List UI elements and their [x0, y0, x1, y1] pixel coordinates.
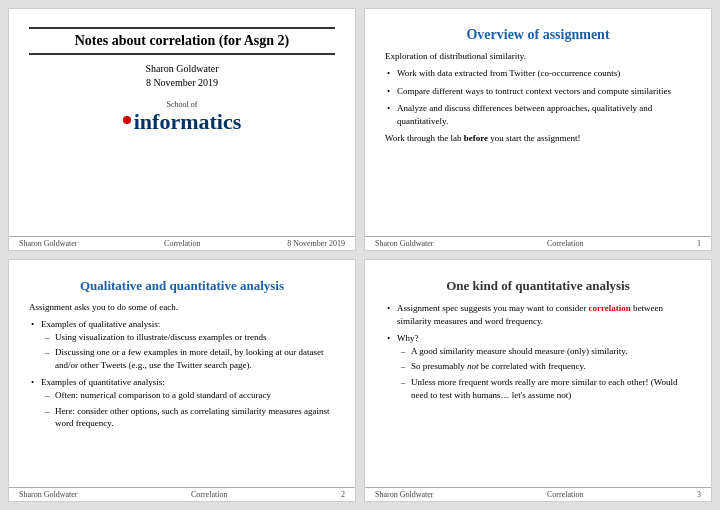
why-label: Why? [397, 333, 419, 343]
informatics-dot [123, 116, 131, 124]
slide-3: Qualitative and quantitative analysis As… [8, 259, 356, 502]
list-item: Assignment spec suggests you may want to… [385, 302, 691, 327]
slide3-intro: Assignment asks you to do some of each. [29, 302, 335, 312]
slide1-date: 8 November 2019 [29, 77, 335, 88]
sub-list-item: Using visualization to illustrate/discus… [41, 331, 335, 344]
slide4-footer: Sharon Goldwater Correlation 3 [365, 487, 711, 501]
list-item: Analyze and discuss differences between … [385, 102, 691, 127]
footer-page: 3 [697, 490, 701, 499]
not-emphasis: not [467, 361, 479, 371]
slide-1: Notes about correlation (for Asgn 2) Sha… [8, 8, 356, 251]
before-emphasis: before [464, 133, 488, 143]
list-item: Why? A good similarity measure should me… [385, 332, 691, 401]
list-item: Compare different ways to tontruct conte… [385, 85, 691, 98]
footer-page: 1 [697, 239, 701, 248]
footer-center: Correlation [547, 239, 583, 248]
slide-2: Overview of assignment Exploration of di… [364, 8, 712, 251]
section-header: Examples of quantitative analysis: [41, 377, 165, 387]
sub-list-item: A good similarity measure should measure… [397, 345, 691, 358]
slide4-bullet-list: Assignment spec suggests you may want to… [385, 302, 691, 401]
footer-page: 2 [341, 490, 345, 499]
slide2-bullet-list: Work with data extracted from Twitter (c… [385, 67, 691, 127]
section-header: Examples of qualitative analysis: [41, 319, 160, 329]
footer-author: Sharon Goldwater [375, 239, 433, 248]
slide2-title: Overview of assignment [385, 27, 691, 43]
footer-author: Sharon Goldwater [19, 490, 77, 499]
footer-author: Sharon Goldwater [19, 239, 77, 248]
slide2-intro: Exploration of distributional similarity… [385, 51, 691, 61]
informatics-text: informatics [29, 109, 335, 135]
slide2-footer: Sharon Goldwater Correlation 1 [365, 236, 711, 250]
why-sub-list: A good similarity measure should measure… [397, 345, 691, 401]
informatics-word: informatics [134, 109, 242, 135]
list-item: Work with data extracted from Twitter (c… [385, 67, 691, 80]
slide4-title: One kind of quantitative analysis [385, 278, 691, 294]
sub-list-item: So presumably not be correlated with fre… [397, 360, 691, 373]
footer-author: Sharon Goldwater [375, 490, 433, 499]
bullet-text-before: Assignment spec suggests you may want to… [397, 303, 588, 313]
sub-list: Using visualization to illustrate/discus… [41, 331, 335, 372]
sub-list: Often: numerical comparison to a gold st… [41, 389, 335, 430]
slide2-note: Work through the lab before you start th… [385, 133, 691, 143]
correlation-link[interactable]: correlation [588, 303, 630, 313]
list-item: Examples of qualitative analysis: Using … [29, 318, 335, 371]
sub-list-item: Often: numerical comparison to a gold st… [41, 389, 335, 402]
footer-center: Correlation [164, 239, 200, 248]
informatics-logo: School of informatics [29, 100, 335, 135]
slide1-author: Sharon Goldwater [29, 63, 335, 74]
footer-center: Correlation [547, 490, 583, 499]
list-item: Examples of quantitative analysis: Often… [29, 376, 335, 429]
slide1-title: Notes about correlation (for Asgn 2) [29, 27, 335, 55]
sub-list-item: Here: consider other options, such as co… [41, 405, 335, 430]
sub-list-item: Discussing one or a few examples in more… [41, 346, 335, 371]
slide-4: One kind of quantitative analysis Assign… [364, 259, 712, 502]
footer-date: 8 November 2019 [287, 239, 345, 248]
sub-list-item: Unless more frequent words really are mo… [397, 376, 691, 401]
footer-center: Correlation [191, 490, 227, 499]
school-of-label: School of [29, 100, 335, 109]
slide3-title: Qualitative and quantitative analysis [29, 278, 335, 294]
slide3-bullet-list: Examples of qualitative analysis: Using … [29, 318, 335, 430]
slide3-footer: Sharon Goldwater Correlation 2 [9, 487, 355, 501]
slide1-footer: Sharon Goldwater Correlation 8 November … [9, 236, 355, 250]
